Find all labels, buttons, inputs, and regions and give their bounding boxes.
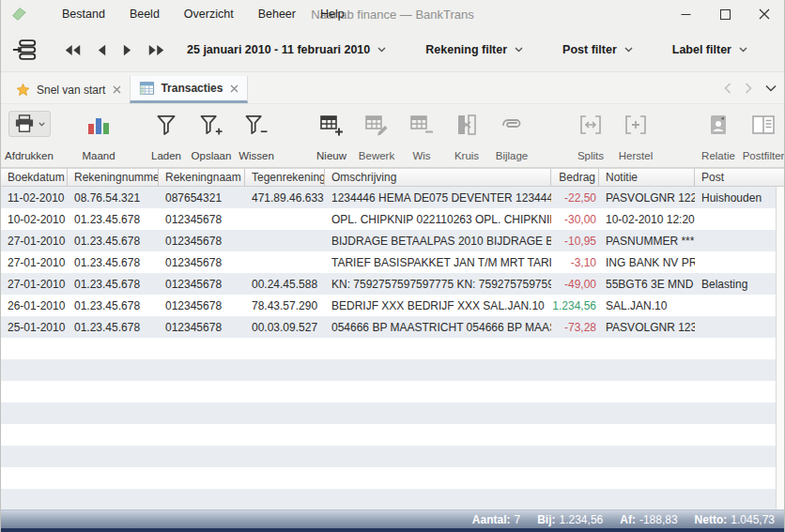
close-button[interactable]	[745, 0, 784, 28]
table-row[interactable]: 27-01-2010 01.23.45.678 012345678 BIJDRA…	[1, 230, 784, 251]
column-header-tegenrekening[interactable]: Tegenrekening	[245, 169, 325, 186]
action-afdrukken[interactable]: Afdrukken	[7, 109, 52, 167]
cell-boekdatum: 27-01-2010	[1, 278, 68, 291]
cell-bedrag: 1.234,56	[551, 299, 599, 312]
table-row[interactable]: 11-02-2010 08.76.54.321 087654321 471.89…	[1, 187, 784, 208]
column-header-bedrag[interactable]: Bedrag	[551, 169, 599, 186]
cell-boekdatum: 10-02-2010	[1, 213, 68, 226]
chevron-down-icon	[739, 47, 747, 53]
menu-help[interactable]: Help	[308, 0, 357, 28]
tab-snel-van-start[interactable]: Snel van start	[7, 76, 130, 103]
table-row[interactable]: 25-01-2010 01.23.45.678 012345678 00.03.…	[1, 316, 784, 338]
tab-close-icon[interactable]	[111, 85, 121, 94]
post-filter-dropdown[interactable]: Post filter	[562, 43, 633, 56]
column-header-rekeningnummer[interactable]: Rekeningnummer	[68, 169, 159, 186]
tab-transacties[interactable]: Transacties	[130, 76, 248, 103]
cell-notitie: PASVOLGNR 122 11-0...	[599, 191, 695, 205]
cell-bedrag: -73,28	[551, 321, 599, 334]
chevron-down-icon	[38, 122, 45, 127]
cell-notitie: PASNUMMER ***X000...	[599, 235, 695, 248]
cell-rekeningnummer: 01.23.45.678	[68, 321, 159, 334]
cell-boekdatum: 27-01-2010	[1, 256, 68, 269]
table-edit-icon	[364, 114, 389, 136]
status-af: Af:-188,83	[620, 513, 677, 526]
rekening-filter-dropdown[interactable]: Rekening filter	[425, 43, 523, 56]
action-nieuw[interactable]: Nieuw	[309, 109, 354, 167]
printer-icon	[14, 114, 35, 133]
cell-bedrag: -10,95	[551, 235, 599, 248]
cell-bedrag: -22,50	[551, 191, 599, 205]
action-wissen[interactable]: Wissen	[234, 109, 279, 167]
last-period-icon[interactable]	[146, 42, 166, 58]
cell-omschrijving: 1234446 HEMA DE075 DEVENTER 1234446 HE..…	[325, 191, 551, 205]
post-filter-label: Post filter	[562, 43, 617, 56]
netto-value: 1.045,73	[731, 513, 775, 526]
menu-overzicht[interactable]: Overzicht	[172, 0, 246, 28]
cell-omschrijving: BEDRIJF XXX BEDRIJF XXX SAL.JAN.10	[325, 299, 551, 312]
maximize-button[interactable]	[705, 0, 745, 28]
tab-scroll-left-icon[interactable]	[724, 83, 731, 94]
table-row[interactable]: 10-02-2010 01.23.45.678 012345678 OPL. C…	[1, 208, 784, 230]
cell-post: Huishouden	[695, 191, 784, 205]
vertical-scrollbar[interactable]	[776, 187, 784, 509]
action-herstel: Herstel	[613, 109, 658, 167]
restore-icon	[623, 114, 648, 135]
cell-rekeningnaam: 012345678	[159, 235, 245, 248]
next-period-icon[interactable]	[121, 42, 133, 58]
cell-rekeningnummer: 01.23.45.678	[68, 256, 159, 269]
action-opslaan[interactable]: Opslaan	[189, 109, 234, 167]
menu-bestand[interactable]: Bestand	[50, 0, 117, 28]
tab-scroll-right-icon[interactable]	[745, 83, 752, 94]
titlebar: Naanab finance — BankTrans Bestand Beeld…	[1, 0, 784, 28]
previous-period-icon[interactable]	[96, 42, 108, 58]
cell-notitie: 10-02-2010 12:20 011 4...	[599, 213, 695, 226]
date-range-dropdown[interactable]: 25 januari 2010 - 11 februari 2010	[187, 43, 386, 56]
column-header-notitie[interactable]: Notitie	[599, 169, 695, 186]
first-period-icon[interactable]	[63, 42, 83, 58]
status-netto: Netto:1.045,73	[695, 513, 775, 526]
cell-boekdatum: 11-02-2010	[1, 191, 68, 205]
empty-row	[1, 424, 784, 446]
empty-row	[1, 489, 784, 509]
chevron-down-icon	[624, 47, 633, 53]
table-row[interactable]: 26-01-2010 01.23.45.678 012345678 78.43.…	[1, 295, 784, 316]
aantal-value: 7	[514, 513, 520, 526]
column-header-boekdatum[interactable]: Boekdatum	[1, 169, 68, 186]
empty-row	[1, 403, 784, 424]
period-toolbar: 25 januari 2010 - 11 februari 2010 Reken…	[1, 28, 784, 72]
tab-scroll-controls	[724, 72, 777, 104]
cell-notitie: 55BGT6 3E MND 1311...	[599, 278, 695, 291]
cell-bedrag: -49,00	[551, 278, 599, 291]
action-laden[interactable]: Laden	[144, 109, 189, 167]
action-postfilter: Postfilter	[741, 109, 785, 167]
split-icon	[578, 114, 603, 135]
cell-omschrijving: 054666 BP MAASTRICHT 054666 BP MAASTRI..…	[325, 321, 551, 334]
cell-bedrag: -30,00	[551, 213, 599, 226]
menubar: Bestand Beeld Overzicht Beheer Help	[50, 0, 357, 28]
minimize-button[interactable]	[666, 0, 705, 28]
action-relatie: Relatie	[696, 109, 741, 167]
menu-beeld[interactable]: Beeld	[117, 0, 172, 28]
tab-close-icon[interactable]	[228, 84, 239, 93]
table-row[interactable]: 27-01-2010 01.23.45.678 012345678 00.24.…	[1, 273, 784, 295]
cell-omschrijving: OPL. CHIPKNIP 022110263 OPL. CHIPKNIP 0.…	[325, 213, 551, 226]
label-filter-dropdown[interactable]: Label filter	[672, 43, 747, 56]
column-header-rekeningnaam[interactable]: Rekeningnaam	[159, 169, 245, 186]
tab-list-icon[interactable]	[765, 84, 777, 92]
bij-value: 1.234,56	[560, 513, 604, 526]
action-maand[interactable]: Maand	[76, 109, 121, 167]
date-range-label: 25 januari 2010 - 11 februari 2010	[187, 43, 370, 56]
import-transactions-icon[interactable]	[12, 37, 38, 63]
window-bottom-edge	[1, 528, 784, 532]
tab-label: Transacties	[161, 82, 223, 95]
filter-plus-icon	[199, 114, 223, 136]
cell-boekdatum: 26-01-2010	[1, 299, 68, 312]
table-row[interactable]: 27-01-2010 01.23.45.678 012345678 TARIEF…	[1, 251, 784, 273]
column-header-post[interactable]: Post	[695, 169, 784, 186]
cell-rekeningnummer: 01.23.45.678	[68, 299, 159, 312]
status-bij: Bij:1.234,56	[537, 513, 603, 526]
column-header-omschrijving[interactable]: Omschrijving	[325, 169, 551, 186]
menu-beheer[interactable]: Beheer	[246, 0, 308, 28]
filter-minus-icon	[244, 114, 269, 136]
aantal-label: Aantal:	[472, 513, 511, 526]
